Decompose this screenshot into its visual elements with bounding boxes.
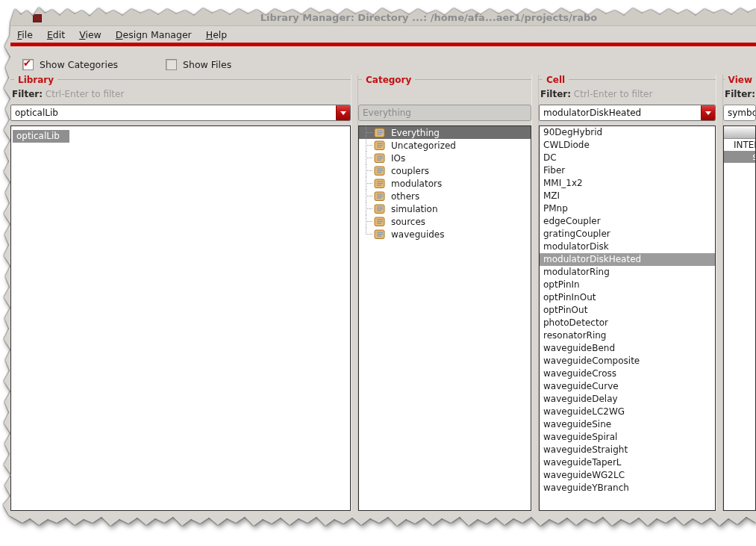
menu-item[interactable]: View	[75, 28, 105, 42]
category-panel: Category Everything Everything	[358, 75, 531, 511]
view-list-item[interactable]: INTERCONNECT	[724, 139, 756, 151]
cell-dropdown-button[interactable]	[701, 105, 715, 120]
cell-list-item[interactable]: waveguideSpiral	[540, 431, 715, 444]
scroll-category-icon	[374, 140, 386, 151]
category-item-label[interactable]: others	[391, 191, 419, 202]
category-item-label[interactable]: waveguides	[391, 229, 444, 240]
cell-list-item[interactable]: waveguideSine	[540, 418, 715, 431]
category-tree-item[interactable]: Everything	[359, 126, 531, 139]
cell-list-item[interactable]: optPinOut	[540, 304, 715, 317]
checkbox-box-icon[interactable]	[22, 59, 34, 70]
library-filter-placeholder: Ctrl-Enter to filter	[46, 89, 124, 99]
category-tree-item[interactable]: simulation	[359, 202, 531, 215]
category-tree-item[interactable]: couplers	[359, 164, 531, 177]
title-bar: Library Manager: Directory ...: /home/af…	[10, 3, 756, 26]
window-icon	[33, 14, 42, 22]
library-list[interactable]: opticalLib	[10, 125, 351, 511]
cell-list-item[interactable]: modulatorRing	[540, 266, 715, 279]
category-item-label[interactable]: sources	[391, 217, 425, 227]
checkbox[interactable]: Show Files	[166, 59, 231, 70]
menu-item[interactable]: File	[13, 28, 37, 42]
cell-list-item[interactable]: waveguideYBranch	[540, 482, 715, 494]
category-item-label[interactable]: Uncategorized	[391, 140, 456, 151]
category-tree[interactable]: Everything Uncategorized	[358, 125, 531, 511]
cell-list-item[interactable]: waveguideStraight	[540, 444, 715, 456]
cell-list-item[interactable]: optPinInOut	[540, 291, 715, 304]
library-panel: Library Filter: Ctrl-Enter to filter opt…	[10, 75, 351, 511]
library-item-label[interactable]: opticalLib	[13, 130, 69, 143]
cell-list-item[interactable]: waveguideBend	[540, 342, 715, 355]
cell-filter-placeholder: Ctrl-Enter to filter	[574, 89, 652, 99]
library-dropdown-button[interactable]	[336, 105, 350, 120]
cell-combobox[interactable]: modulatorDiskHeated	[539, 105, 716, 121]
menu-item[interactable]: Design Manager	[112, 28, 196, 42]
checkbox-box-icon[interactable]	[166, 59, 177, 70]
cell-panel: Cell Filter: Ctrl-Enter to filter modula…	[539, 75, 716, 511]
library-manager-window: Library Manager: Directory ...: /home/af…	[0, 0, 756, 546]
cell-list-item[interactable]: 90DegHybrid	[540, 126, 715, 139]
scroll-category-icon	[374, 128, 386, 138]
cell-list-item[interactable]: Fiber	[540, 164, 715, 177]
toolbar-checkbox-row: Show Categories Show Files	[22, 58, 231, 71]
cell-list-item[interactable]: optPinIn	[540, 279, 715, 291]
splitter[interactable]	[531, 75, 539, 511]
panels-container: Library Filter: Ctrl-Enter to filter opt…	[10, 75, 756, 511]
category-tree-item[interactable]: waveguides	[359, 228, 531, 241]
view-list[interactable]: View INTERCONNECT symbol	[723, 125, 756, 511]
category-tree-item[interactable]: sources	[359, 215, 531, 228]
category-tree-item[interactable]: IOs	[359, 152, 531, 164]
category-item-label[interactable]: Everything	[391, 128, 440, 138]
cell-list-item[interactable]: waveguideComposite	[540, 355, 715, 367]
category-tree-item[interactable]: modulators	[359, 177, 531, 190]
scroll-category-icon	[374, 229, 386, 240]
library-list-item[interactable]: opticalLib	[11, 126, 350, 143]
menu-item[interactable]: Help	[202, 28, 231, 42]
cell-list-item[interactable]: modulatorDiskHeated	[540, 253, 715, 266]
scroll-category-icon	[374, 191, 386, 202]
view-input[interactable]: symbol	[723, 105, 756, 121]
library-combobox-value[interactable]: opticalLib	[11, 105, 336, 120]
cell-list[interactable]: 90DegHybrid CWLDiode DC Fiber MMI_1x2 MZ…	[539, 125, 716, 511]
menu-bar: File Edit View Design Manager Help	[10, 26, 756, 43]
category-tree-item[interactable]: Uncategorized	[359, 139, 531, 152]
cell-list-item[interactable]: modulatorDisk	[540, 241, 715, 253]
view-filter-row: Filter: Ctrl-Enter to filter	[725, 89, 756, 102]
checkbox-label: Show Categories	[40, 59, 118, 70]
view-panel-title: View	[723, 75, 756, 84]
cell-list-item[interactable]: DC	[540, 152, 715, 164]
category-tree-item[interactable]: others	[359, 190, 531, 202]
category-item-label[interactable]: couplers	[391, 166, 429, 176]
splitter[interactable]	[716, 75, 723, 511]
category-panel-title: Category	[358, 75, 531, 84]
cell-list-item[interactable]: MMI_1x2	[540, 177, 715, 190]
cell-list-item[interactable]: waveguideCross	[540, 367, 715, 380]
menu-item[interactable]: Edit	[43, 28, 69, 42]
cell-list-item[interactable]: CWLDiode	[540, 139, 715, 152]
cell-list-item[interactable]: PMnp	[540, 202, 715, 215]
chevron-down-icon	[705, 111, 711, 118]
checkbox[interactable]: Show Categories	[22, 59, 118, 70]
cell-list-item[interactable]: edgeCoupler	[540, 215, 715, 228]
cell-combobox-value[interactable]: modulatorDiskHeated	[540, 105, 701, 120]
cell-list-item[interactable]: waveguideDelay	[540, 393, 715, 406]
category-item-label[interactable]: IOs	[391, 153, 405, 164]
view-rows: INTERCONNECT symbol	[724, 139, 755, 163]
category-item-label[interactable]: modulators	[391, 179, 442, 189]
torn-paper-wrapper: Library Manager: Directory ...: /home/af…	[0, 0, 756, 546]
cell-list-item[interactable]: resonatorRing	[540, 329, 715, 342]
splitter[interactable]	[351, 75, 358, 511]
category-input[interactable]: Everything	[358, 105, 531, 121]
cell-list-item[interactable]: waveguideCurve	[540, 380, 715, 393]
view-panel: View Filter: Ctrl-Enter to filter symbol…	[723, 75, 756, 511]
scroll-category-icon	[374, 166, 386, 176]
cell-list-item[interactable]: waveguideTaperL	[540, 456, 715, 469]
accent-divider	[10, 43, 756, 46]
cell-list-item[interactable]: MZI	[540, 190, 715, 202]
library-combobox[interactable]: opticalLib	[10, 105, 351, 121]
view-list-item[interactable]: symbol	[724, 151, 756, 163]
category-item-label[interactable]: simulation	[391, 204, 438, 214]
cell-list-item[interactable]: waveguideWG2LC	[540, 469, 715, 482]
cell-list-item[interactable]: waveguideLC2WG	[540, 406, 715, 418]
cell-list-item[interactable]: gratingCoupler	[540, 228, 715, 241]
cell-list-item[interactable]: photoDetector	[540, 317, 715, 329]
